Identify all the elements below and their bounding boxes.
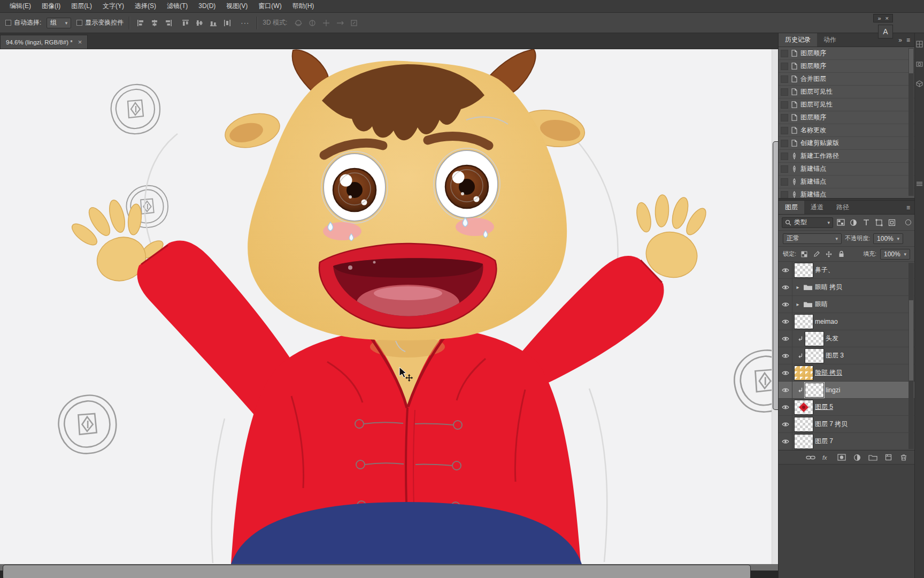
character-panel-icon[interactable]: A: [878, 25, 893, 39]
collapsed-panel-snapshot-icon[interactable]: [916, 60, 923, 67]
layer-thumbnail[interactable]: [795, 263, 813, 277]
hscroll-thumb[interactable]: [3, 565, 750, 578]
lock-transparent-pixels-icon[interactable]: [800, 250, 808, 258]
menu-item-select[interactable]: 选择(S): [129, 0, 161, 12]
layer-row[interactable]: 图层 7 拷贝: [779, 416, 914, 433]
lock-position-icon[interactable]: [825, 250, 833, 258]
visibility-toggle[interactable]: [779, 330, 792, 347]
history-source-well[interactable]: [781, 178, 788, 186]
align-top-edges-button[interactable]: [180, 17, 191, 29]
layer-thumbnail[interactable]: [805, 349, 823, 363]
layer-thumbnail[interactable]: [795, 366, 813, 380]
add-layer-mask-button[interactable]: [836, 453, 847, 462]
collapsed-panel-menu-icon[interactable]: [916, 180, 923, 187]
history-step[interactable]: 新建工作路径: [779, 150, 914, 163]
layer-thumbnail[interactable]: [795, 417, 813, 431]
layer-row[interactable]: 图层 7: [779, 433, 914, 450]
visibility-toggle[interactable]: [779, 433, 792, 450]
history-step[interactable]: 图层可见性: [779, 98, 914, 111]
panel-menu-icon[interactable]: ≡: [906, 204, 910, 211]
tab-history[interactable]: 历史记录: [779, 33, 817, 47]
history-step[interactable]: 图层顺序: [779, 111, 914, 124]
history-source-well[interactable]: [781, 140, 788, 147]
layer-row[interactable]: 鼻子、: [779, 262, 914, 279]
layer-thumbnail[interactable]: [795, 400, 813, 414]
visibility-toggle[interactable]: [779, 347, 792, 364]
close-panel-icon[interactable]: ×: [886, 15, 889, 21]
menu-item-image[interactable]: 图像(I): [36, 0, 66, 12]
filter-shape-layers-icon[interactable]: [874, 217, 884, 228]
menu-item-edit[interactable]: 编辑(E): [4, 0, 36, 12]
filter-kind-dropdown[interactable]: 类型 ▾: [782, 217, 833, 228]
history-scrollbar[interactable]: [908, 48, 914, 196]
visibility-toggle[interactable]: [779, 399, 792, 415]
layer-row[interactable]: 图层 3: [779, 347, 914, 364]
history-step[interactable]: 合并图层: [779, 73, 914, 86]
collapsed-panel-grid-icon[interactable]: [916, 41, 923, 48]
menu-item-help[interactable]: 帮助(H): [287, 0, 320, 12]
history-step[interactable]: 新建锚点: [779, 188, 914, 198]
history-source-well[interactable]: [781, 114, 788, 121]
history-step[interactable]: 新建锚点: [779, 163, 914, 176]
menu-item-filter[interactable]: 滤镜(T): [161, 0, 193, 12]
canvas-hscrollbar[interactable]: [0, 564, 778, 571]
panel-menu-icon[interactable]: ≡: [906, 36, 910, 44]
3d-slide-button[interactable]: [334, 17, 346, 29]
layer-thumbnail[interactable]: [805, 383, 823, 397]
lock-image-pixels-icon[interactable]: [812, 250, 821, 258]
history-step[interactable]: 图层可见性: [779, 86, 914, 98]
blend-mode-dropdown[interactable]: 正常 ▾: [783, 233, 842, 244]
layer-effects-button[interactable]: fx: [821, 453, 831, 462]
3d-rotate-button[interactable]: [292, 17, 304, 29]
tab-paths[interactable]: 路径: [830, 201, 856, 214]
visibility-toggle[interactable]: [779, 313, 792, 330]
new-layer-button[interactable]: [883, 453, 894, 462]
expand-panel-icon[interactable]: »: [877, 15, 881, 21]
auto-select-checkbox[interactable]: 自动选择:: [5, 18, 41, 27]
visibility-toggle[interactable]: [779, 279, 792, 295]
tab-channels[interactable]: 通道: [804, 201, 830, 214]
layer-row[interactable]: 图层 5: [779, 399, 914, 416]
3d-scale-button[interactable]: [348, 17, 360, 29]
tab-layers[interactable]: 图层: [779, 201, 804, 214]
visibility-toggle[interactable]: [779, 382, 792, 398]
history-source-well[interactable]: [781, 50, 788, 57]
visibility-toggle[interactable]: [779, 262, 792, 278]
group-expand-arrow[interactable]: ▸: [795, 284, 801, 290]
layer-group-row[interactable]: ▸眼睛: [779, 296, 914, 313]
collapsed-panel-tab[interactable]: » ×: [873, 14, 893, 22]
lock-all-icon[interactable]: [837, 250, 845, 258]
history-source-well[interactable]: [781, 127, 788, 134]
distribute-widths-button[interactable]: [221, 17, 233, 29]
group-expand-arrow[interactable]: ▸: [795, 301, 801, 307]
align-horizontal-centers-button[interactable]: [149, 17, 160, 29]
tab-actions[interactable]: 动作: [817, 33, 843, 47]
menu-item-3d[interactable]: 3D(D): [193, 0, 221, 12]
align-right-edges-button[interactable]: [163, 17, 174, 29]
history-source-well[interactable]: [781, 75, 788, 83]
layer-row-selected[interactable]: lingzi: [779, 382, 914, 399]
opacity-dropdown[interactable]: 100% ▾: [873, 233, 903, 244]
history-source-well[interactable]: [781, 165, 788, 173]
document-tab[interactable]: 94.6% (lingzi, RGB/8#) * ×: [0, 35, 88, 49]
history-step[interactable]: 图层顺序: [779, 47, 914, 60]
history-source-well[interactable]: [781, 191, 788, 199]
history-step[interactable]: 新建锚点: [779, 176, 914, 188]
collapse-panel-icon[interactable]: »: [898, 36, 902, 44]
new-group-button[interactable]: [867, 453, 878, 462]
align-vertical-centers-button[interactable]: [194, 17, 205, 29]
history-step[interactable]: 图层顺序: [779, 60, 914, 73]
layer-thumbnail[interactable]: [795, 315, 813, 329]
delete-layer-button[interactable]: [898, 453, 909, 462]
more-options-button[interactable]: ···: [238, 19, 251, 27]
align-left-edges-button[interactable]: [135, 17, 147, 29]
align-bottom-edges-button[interactable]: [207, 17, 219, 29]
menu-item-layer[interactable]: 图层(L): [66, 0, 97, 12]
fill-dropdown[interactable]: 100% ▾: [880, 249, 910, 260]
layer-row[interactable]: meimao: [779, 313, 914, 330]
auto-select-target-dropdown[interactable]: 组 ▾: [47, 18, 71, 28]
history-source-well[interactable]: [781, 101, 788, 109]
filter-pixel-layers-icon[interactable]: [835, 217, 846, 228]
filter-type-layers-icon[interactable]: [861, 217, 872, 228]
layer-row[interactable]: 脸部 拷贝: [779, 364, 914, 382]
